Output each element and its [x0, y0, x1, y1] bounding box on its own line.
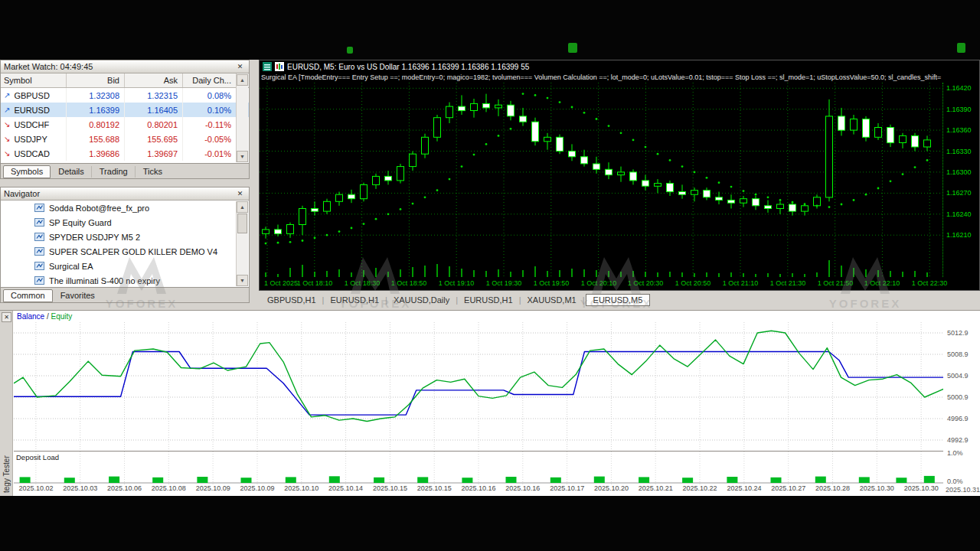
tester-date-label: 2025.10.03 [58, 484, 103, 495]
market-watch-tabs: SymbolsDetailsTradingTicks [1, 163, 249, 178]
expert-advisor-icon [34, 218, 44, 227]
candlestick-chart[interactable] [260, 83, 942, 277]
price-tick-label: 1.16300 [946, 168, 972, 176]
column-header-change[interactable]: Daily Ch... [183, 73, 237, 87]
chart-tab-3-eurusd-h1[interactable]: EURUSD,H1 [459, 295, 518, 305]
deposit-tick-label: 0.0% [947, 478, 963, 485]
bid-value: 1.39686 [67, 146, 125, 161]
chart-titlebar[interactable]: EURUSD, M5: Euro vs US Dollar 1.16396 1.… [260, 60, 979, 73]
market-watch-row-usdchf[interactable]: ↘USDCHF0.801920.80201-0.11% [1, 117, 249, 132]
tester-vertical-label[interactable]: tegy Tester [2, 455, 11, 493]
tab-ticks[interactable]: Ticks [136, 166, 169, 178]
navigator-item-the-illuminati-s-400-no-expiry[interactable]: The illuminati S-400 no expiry [1, 273, 249, 288]
tester-date-label: 2025.10.28 [811, 484, 855, 495]
daily-change-value: -0.05% [183, 132, 237, 146]
market-watch-titlebar[interactable]: Market Watch: 04:49:45 ✕ [1, 60, 249, 73]
symbol-name: USDCHF [14, 120, 49, 129]
chart-tab-5-eurusd-m5[interactable]: EURUSD,M5 [586, 294, 651, 306]
tab-details[interactable]: Details [51, 166, 92, 178]
tester-date-label: 2025.10.15 [368, 484, 413, 495]
deposit-tick-label: 1.0% [947, 449, 963, 457]
navigator-list: Sodda Robot@free_fx_proSP Equity GuardSP… [1, 201, 249, 288]
market-watch-row-eurusd[interactable]: ↗EURUSD1.163991.164050.10% [1, 103, 249, 117]
scroll-up-icon[interactable]: ▲ [237, 74, 248, 86]
daily-change-value: -0.01% [183, 146, 237, 161]
close-icon[interactable]: ✕ [2, 312, 11, 322]
up-arrow-icon: ↗ [4, 91, 10, 99]
navigator-item-label: Sodda Robot@free_fx_pro [49, 204, 149, 213]
tester-date-label: 2025.10.06 [103, 484, 147, 495]
legend-equity: Equity [51, 312, 72, 321]
tab-symbols[interactable]: Symbols [3, 165, 51, 178]
tab-favorites[interactable]: Favorites [54, 290, 102, 302]
expert-advisor-icon [34, 247, 44, 256]
price-tick-label: 1.16270 [946, 189, 972, 197]
navigator-item-label: The illuminati S-400 no expiry [49, 276, 160, 285]
tester-date-label: 2025.10.24 [722, 484, 766, 495]
time-tick-label: 1 Oct 19:30 [486, 279, 522, 287]
time-tick-label: 1 Oct 21:30 [770, 279, 806, 287]
logo-mark-icon [957, 43, 965, 53]
deposit-load-chart[interactable]: Deposit Load [14, 451, 943, 484]
navigator-titlebar[interactable]: Navigator ✕ [1, 187, 249, 201]
market-watch-panel: Market Watch: 04:49:45 ✕ Symbol Bid Ask … [0, 60, 250, 179]
tester-date-label: 2025.10.09 [191, 484, 235, 495]
navigator-item-label: SP Equity Guard [49, 218, 112, 227]
scroll-down-icon[interactable]: ▼ [237, 151, 248, 162]
ea-parameters-line: Surgical EA [TmodeEntry=== Entry Setup =… [260, 73, 979, 83]
tab-trading[interactable]: Trading [93, 166, 136, 178]
scrollbar-thumb[interactable] [237, 214, 247, 233]
market-watch-row-gbpusd[interactable]: ↗GBPUSD1.323081.323150.08% [1, 88, 249, 103]
time-axis[interactable]: 1 Oct 20251 Oct 18:101 Oct 18:301 Oct 18… [260, 277, 942, 290]
navigator-title: Navigator [4, 189, 40, 198]
chart-tab-1-eurusd-h1[interactable]: EURUSD,H1 [325, 295, 384, 305]
chart-tab-2-xauusd-daily[interactable]: XAUUSD,Daily [388, 295, 455, 305]
scroll-up-icon[interactable]: ▲ [237, 201, 248, 213]
market-watch-scrollbar[interactable]: ▲ ▼ [236, 74, 248, 162]
close-icon[interactable]: ✕ [234, 189, 246, 199]
down-arrow-icon: ↘ [4, 149, 10, 158]
column-header-ask[interactable]: Ask [125, 73, 183, 87]
ask-value: 1.16405 [125, 103, 183, 117]
tester-value-axis: 5012.95008.95004.95000.94996.94992.91.0%… [944, 311, 980, 496]
expert-advisor-icon [34, 276, 44, 285]
daily-change-value: -0.11% [183, 117, 237, 132]
tab-common[interactable]: Common [3, 289, 53, 302]
close-icon[interactable]: ✕ [234, 62, 246, 72]
tester-value-label: 5004.9 [947, 372, 969, 380]
market-watch-row-usdjpy[interactable]: ↘USDJPY155.688155.695-0.05% [1, 132, 249, 146]
column-header-bid[interactable]: Bid [67, 73, 125, 87]
price-tick-label: 1.16420 [946, 84, 972, 92]
tester-date-label: 2025.10.17 [545, 484, 590, 495]
time-tick-label: 1 Oct 22:30 [912, 279, 948, 287]
tester-date-label: 2025.10.16 [501, 484, 545, 495]
logo-mark-icon [568, 43, 577, 53]
tester-date-label: 2025.10.22 [678, 484, 722, 495]
chart-tab-0-gbpusd-h1[interactable]: GBPUSD,H1 [262, 295, 322, 305]
price-tick-label: 1.16360 [946, 126, 972, 134]
time-tick-label: 1 Oct 21:50 [818, 279, 854, 287]
bid-value: 1.32308 [67, 88, 125, 103]
navigator-item-label: SPYDER USDJPY M5 2 [49, 233, 140, 242]
navigator-item-sodda-robot-free-fx-pro[interactable]: Sodda Robot@free_fx_pro [1, 201, 249, 215]
scroll-down-icon[interactable]: ▼ [237, 275, 248, 286]
price-scale[interactable]: 1.164201.163901.163601.163301.163001.162… [942, 83, 979, 277]
ask-value: 1.32315 [125, 88, 183, 103]
column-header-symbol[interactable]: Symbol [1, 73, 67, 87]
navigator-item-spyder-usdjpy-m5-2[interactable]: SPYDER USDJPY M5 2 [1, 230, 249, 244]
navigator-item-sp-equity-guard[interactable]: SP Equity Guard [1, 215, 249, 230]
market-watch-row-usdcad[interactable]: ↘USDCAD1.396861.39697-0.01% [1, 146, 249, 161]
navigator-item-super-scalper-gold-killer-demo-v4[interactable]: SUPER SCALPER GOLD KILLER DEMO V4 [1, 244, 249, 259]
chart-window: EURUSD, M5: Euro vs US Dollar 1.16396 1.… [259, 60, 980, 291]
expert-advisor-icon [34, 262, 44, 270]
tester-date-label: 2025.10.16 [456, 484, 501, 495]
balance-equity-chart[interactable] [14, 322, 943, 451]
time-tick-label: 1 Oct 21:10 [723, 279, 759, 287]
chart-tab-4-xauusd-m1[interactable]: XAUUSD,M1 [522, 295, 582, 305]
time-tick-label: 1 Oct 19:10 [439, 279, 475, 287]
time-tick-label: 1 Oct 18:50 [391, 279, 427, 287]
navigator-scrollbar[interactable]: ▲ ▼ [236, 201, 248, 286]
daily-change-value: 0.10% [183, 103, 237, 117]
tester-value-label: 5012.9 [947, 329, 969, 337]
navigator-item-surgical-ea[interactable]: Surgical EA [1, 259, 249, 273]
